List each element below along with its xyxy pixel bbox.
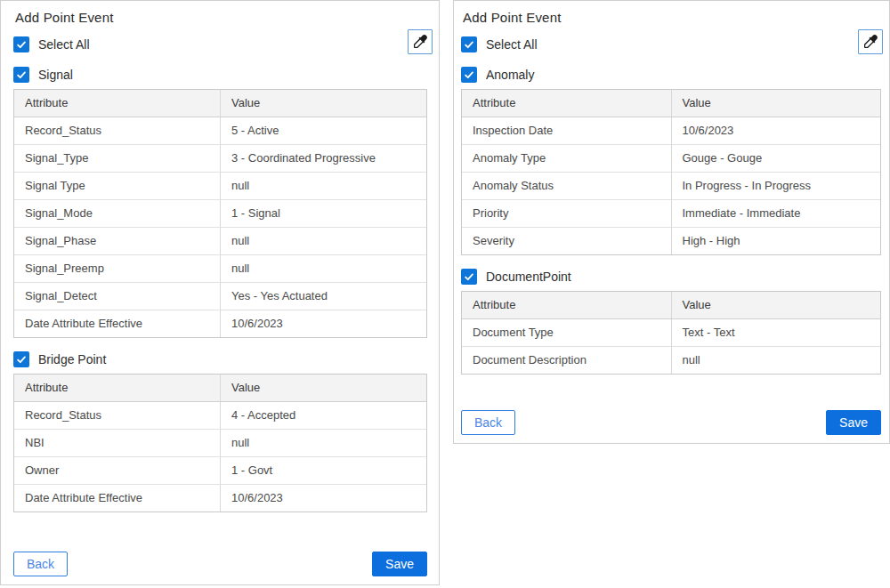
- value-cell: 4 - Accepted: [221, 401, 427, 429]
- event-group: DocumentPoint Attribute Value Document T…: [461, 269, 881, 375]
- attribute-cell: Anomaly Status: [462, 172, 671, 199]
- table-row: Date Attribute Effective10/6/2023: [14, 310, 426, 337]
- value-cell: 3 - Coordinated Progressive: [221, 144, 427, 172]
- checkbox-checked[interactable]: [461, 269, 477, 285]
- attribute-table: Attribute Value Document TypeText - Text…: [462, 292, 880, 374]
- table-header-row: Attribute Value: [462, 292, 880, 318]
- attribute-cell: Signal_Preemp: [14, 254, 221, 282]
- attribute-column-header: Attribute: [14, 375, 221, 401]
- eyedropper-button[interactable]: [408, 29, 433, 54]
- table-header-row: Attribute Value: [14, 375, 426, 401]
- attribute-table-wrap: Attribute Value Document TypeText - Text…: [461, 291, 881, 375]
- value-cell: null: [221, 172, 427, 199]
- attribute-table-wrap: Attribute Value Inspection Date10/6/2023…: [461, 89, 881, 255]
- select-all-label: Select All: [38, 37, 90, 52]
- value-cell: 1 - Signal: [221, 199, 427, 227]
- event-group: Signal Attribute Value Record_Status5 - …: [13, 67, 427, 338]
- attribute-cell: Signal_Type: [14, 144, 221, 172]
- attribute-cell: Signal_Phase: [14, 227, 221, 254]
- table-row: Record_Status5 - Active: [14, 117, 426, 144]
- checkbox-documentpoint[interactable]: DocumentPoint: [461, 269, 881, 285]
- check-icon: [464, 39, 474, 50]
- table-row: SeverityHigh - High: [462, 227, 880, 254]
- attribute-cell: Anomaly Type: [462, 144, 671, 172]
- checkbox-checked[interactable]: [13, 351, 29, 367]
- attribute-cell: Date Attribute Effective: [14, 310, 221, 337]
- value-cell: Text - Text: [671, 318, 880, 346]
- table-row: Signal Typenull: [14, 172, 426, 199]
- value-cell: null: [671, 346, 880, 374]
- group-label: Bridge Point: [38, 352, 106, 366]
- attribute-column-header: Attribute: [462, 292, 671, 318]
- value-cell: 1 - Govt: [221, 456, 427, 484]
- table-row: NBInull: [14, 429, 426, 456]
- value-cell: 10/6/2023: [671, 117, 880, 144]
- table-row: Anomaly StatusIn Progress - In Progress: [462, 172, 880, 199]
- back-button[interactable]: Back: [461, 410, 515, 435]
- check-icon: [464, 69, 474, 80]
- attribute-cell: Signal_Mode: [14, 199, 221, 227]
- add-point-event-panel: Add Point Event Select All Signal Attrib…: [0, 0, 440, 585]
- select-all-checkbox[interactable]: Select All: [461, 36, 881, 52]
- attribute-cell: Inspection Date: [462, 117, 671, 144]
- table-row: Inspection Date10/6/2023: [462, 117, 880, 144]
- value-cell: 10/6/2023: [221, 484, 427, 511]
- group-label: Signal: [38, 68, 73, 82]
- checkbox-anomaly[interactable]: Anomaly: [461, 67, 881, 83]
- groups-container: Signal Attribute Value Record_Status5 - …: [13, 67, 427, 526]
- attribute-cell: Record_Status: [14, 117, 221, 144]
- value-cell: null: [221, 254, 427, 282]
- table-header-row: Attribute Value: [462, 90, 880, 117]
- back-button[interactable]: Back: [13, 552, 68, 576]
- attribute-cell: Date Attribute Effective: [14, 484, 221, 511]
- table-row: PriorityImmediate - Immediate: [462, 199, 880, 227]
- save-button[interactable]: Save: [372, 552, 427, 576]
- check-icon: [464, 271, 474, 282]
- value-cell: Yes - Yes Actuated: [221, 282, 427, 310]
- table-row: Signal_Type3 - Coordinated Progressive: [14, 144, 426, 172]
- panel-title: Add Point Event: [463, 10, 881, 25]
- check-icon: [16, 39, 27, 50]
- value-cell: null: [221, 227, 427, 254]
- value-cell: 5 - Active: [221, 117, 427, 144]
- attribute-table-wrap: Attribute Value Record_Status4 - Accepte…: [13, 374, 427, 512]
- attribute-cell: NBI: [14, 429, 221, 456]
- checkbox-checked[interactable]: [461, 67, 477, 83]
- checkbox-bridge-point[interactable]: Bridge Point: [13, 351, 427, 367]
- group-label: Anomaly: [486, 68, 534, 82]
- checkbox-checked[interactable]: [461, 36, 477, 52]
- table-row: Anomaly TypeGouge - Gouge: [462, 144, 880, 172]
- checkbox-signal[interactable]: Signal: [13, 67, 427, 83]
- value-column-header: Value: [221, 90, 427, 117]
- select-all-checkbox[interactable]: Select All: [13, 36, 427, 52]
- attribute-table: Attribute Value Record_Status5 - ActiveS…: [14, 90, 426, 337]
- attribute-column-header: Attribute: [462, 90, 671, 117]
- value-cell: In Progress - In Progress: [671, 172, 880, 199]
- value-column-header: Value: [671, 292, 880, 318]
- group-label: DocumentPoint: [486, 270, 571, 284]
- eyedropper-icon: [413, 35, 427, 49]
- checkbox-checked[interactable]: [13, 36, 29, 52]
- attribute-cell: Priority: [462, 199, 671, 227]
- checkbox-checked[interactable]: [13, 67, 29, 83]
- select-all-label: Select All: [486, 37, 538, 52]
- table-row: Record_Status4 - Accepted: [14, 401, 426, 429]
- attribute-table-wrap: Attribute Value Record_Status5 - ActiveS…: [13, 89, 427, 338]
- attribute-cell: Document Description: [462, 346, 671, 374]
- table-row: Document Descriptionnull: [462, 346, 880, 374]
- eyedropper-button[interactable]: [858, 29, 883, 54]
- save-button[interactable]: Save: [826, 410, 881, 435]
- table-row: Signal_DetectYes - Yes Actuated: [14, 282, 426, 310]
- event-group: Bridge Point Attribute Value Record_Stat…: [13, 351, 427, 512]
- table-row: Signal_Mode1 - Signal: [14, 199, 426, 227]
- groups-container: Anomaly Attribute Value Inspection Date1…: [461, 67, 881, 388]
- table-row: Signal_Preempnull: [14, 254, 426, 282]
- value-cell: null: [221, 429, 427, 456]
- attribute-table: Attribute Value Inspection Date10/6/2023…: [462, 90, 880, 254]
- table-header-row: Attribute Value: [14, 90, 426, 117]
- value-cell: Gouge - Gouge: [671, 144, 880, 172]
- table-row: Date Attribute Effective10/6/2023: [14, 484, 426, 511]
- attribute-cell: Signal_Detect: [14, 282, 221, 310]
- value-cell: Immediate - Immediate: [671, 199, 880, 227]
- value-cell: High - High: [671, 227, 880, 254]
